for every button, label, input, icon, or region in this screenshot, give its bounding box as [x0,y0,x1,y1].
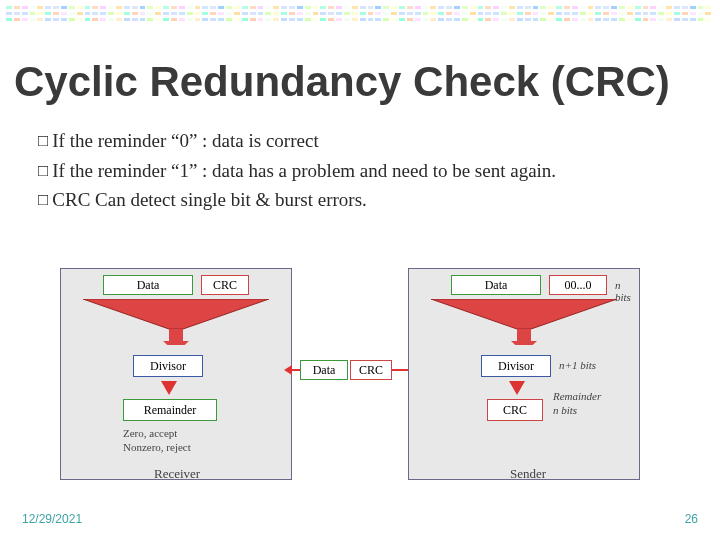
receiver-label: Receiver [154,466,200,482]
sender-divisor-box: Divisor [481,355,551,377]
footer-page-number: 26 [685,512,698,526]
arrow-icon [161,381,177,395]
sender-panel: Data 00...0 n bits Divisor n+1 bits CRC … [408,268,640,480]
receiver-note-nonzero: Nonzero, reject [123,441,191,453]
receiver-note-zero: Zero, accept [123,427,177,439]
slide-title: Cyclic Redundancy Check (CRC) [14,60,706,104]
arrow-icon [509,381,525,395]
sender-np1-label: n+1 bits [559,359,596,371]
receiver-remainder-box: Remainder [123,399,217,421]
transfer-data-box: Data [300,360,348,380]
slide-footer: 12/29/2021 26 [22,512,698,526]
svg-marker-5 [511,341,537,345]
sender-funnel-icon [431,299,617,345]
svg-marker-0 [83,299,269,329]
svg-marker-4 [517,329,531,341]
receiver-data-box: Data [103,275,193,295]
svg-marker-2 [163,341,189,345]
bullet-3: CRC Can detect single bit & burst errors… [38,187,690,213]
receiver-panel: Data CRC Divisor Remainder Zero, accept … [60,268,292,480]
crc-diagram: Data CRC Divisor Remainder Zero, accept … [60,268,660,478]
svg-marker-1 [169,329,183,341]
svg-marker-3 [431,299,617,329]
bullet-1: If the reminder “0” : data is correct [38,128,690,154]
sender-nbits-label: n bits [615,279,639,303]
decorative-top-band [6,6,714,24]
sender-nbits-label-2: n bits [553,404,577,416]
sender-crc-result-box: CRC [487,399,543,421]
receiver-funnel-icon [83,299,269,345]
sender-zeros-box: 00...0 [549,275,607,295]
receiver-divisor-box: Divisor [133,355,203,377]
sender-label: Sender [510,466,546,482]
sender-remainder-label: Remainder [553,390,601,402]
bullet-2: If the reminder “1” : data has a problem… [38,158,690,184]
receiver-crc-box: CRC [201,275,249,295]
transfer-crc-box: CRC [350,360,392,380]
arrow-line [392,369,408,371]
sender-data-box: Data [451,275,541,295]
footer-date: 12/29/2021 [22,512,82,526]
slide-body: If the reminder “0” : data is correct If… [38,128,690,217]
arrow-head-icon [284,365,292,375]
